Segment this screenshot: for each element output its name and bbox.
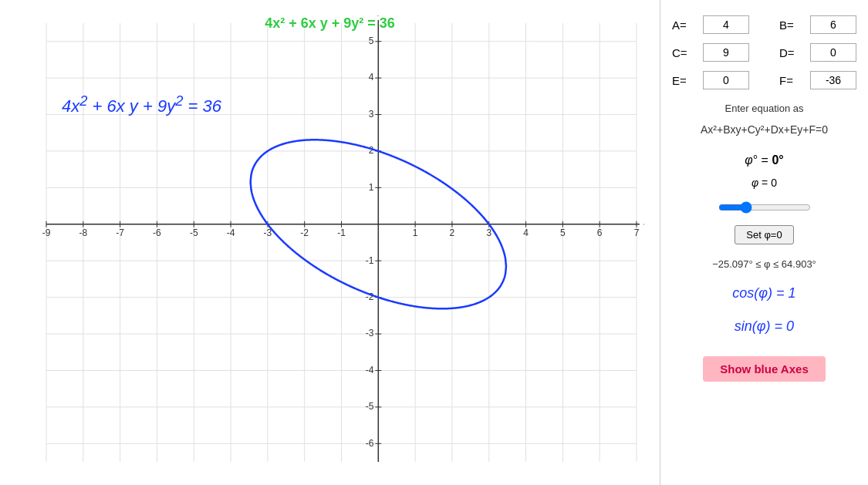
input-row-B: B=	[779, 15, 856, 34]
input-row-C: C=	[672, 43, 749, 62]
input-row-F: F=	[779, 71, 856, 89]
cos-display: cos(φ) = 1	[672, 285, 856, 301]
equation-formula: Ax²+Bxy+Cy²+Dx+Ey+F=0	[672, 123, 856, 136]
input-E[interactable]	[703, 71, 749, 89]
label-D: D=	[779, 46, 802, 59]
label-C: C=	[672, 46, 695, 59]
phi-range-display: −25.097° ≤ φ ≤ 64.903°	[672, 258, 856, 270]
graph-area: 4x² + 6x y + 9y² = 36 4x2 + 6x y + 9y2 =…	[0, 0, 660, 485]
show-blue-axes-button[interactable]: Show blue Axes	[703, 356, 825, 382]
phi-degree-display: φ° = 0°	[672, 153, 856, 167]
input-row-E: E=	[672, 71, 749, 89]
phi-val-display: φ = 0	[672, 177, 856, 189]
input-group-EF: E= F=	[672, 71, 856, 89]
input-group-CD: C= D=	[672, 43, 856, 62]
sin-display: sin(φ) = 0	[672, 318, 856, 335]
equation-top: 4x² + 6x y + 9y² = 36	[265, 15, 395, 32]
phi-slider-container	[672, 201, 856, 214]
label-A: A=	[672, 19, 695, 32]
label-B: B=	[779, 19, 802, 32]
phi-slider[interactable]	[718, 201, 811, 214]
label-E: E=	[672, 74, 695, 87]
set-phi-button[interactable]: Set φ=0	[735, 225, 793, 244]
input-A[interactable]	[703, 15, 749, 34]
label-F: F=	[779, 74, 802, 87]
enter-equation-label: Enter equation as	[672, 103, 856, 114]
input-row-D: D=	[779, 43, 856, 62]
input-group-AB: A= B=	[672, 15, 856, 34]
input-F[interactable]	[810, 71, 856, 89]
input-B[interactable]	[810, 15, 856, 34]
sidebar: A= B= C= D= E= F= Enter equation as Ax²+…	[660, 0, 868, 485]
input-D[interactable]	[810, 43, 856, 62]
input-C[interactable]	[703, 43, 749, 62]
input-row-A: A=	[672, 15, 749, 34]
equation-main: 4x2 + 6x y + 9y2 = 36	[62, 93, 221, 116]
